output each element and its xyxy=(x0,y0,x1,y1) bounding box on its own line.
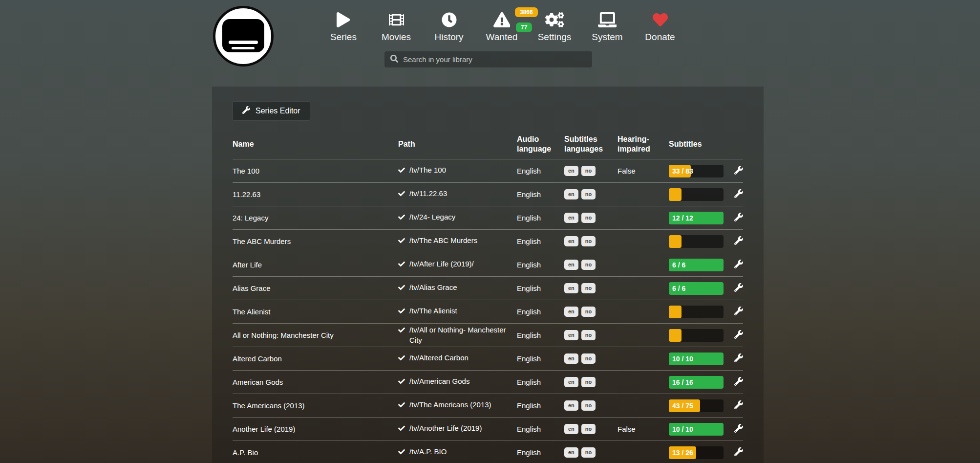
subtitle-language-badge: no xyxy=(581,189,596,199)
subtitles-progress-fill: 10 / 10 xyxy=(669,353,724,365)
series-path-text: /tv/Alias Grace xyxy=(409,283,457,292)
subtitles-progress-label: 10 / 10 xyxy=(672,425,693,433)
edit-series-button[interactable] xyxy=(734,189,743,199)
subtitle-language-badge: en xyxy=(564,330,578,340)
nav-item-movies[interactable]: Movies xyxy=(370,10,423,43)
nav-item-donate[interactable]: Donate xyxy=(634,10,686,43)
row-actions xyxy=(728,377,743,387)
row-actions xyxy=(728,283,743,293)
subtitles-progress-label: 43 / 75 xyxy=(672,402,693,410)
subtitles-progress-fill: 12 / 12 xyxy=(669,212,724,224)
subtitle-language-badge: no xyxy=(581,424,596,434)
subtitles-languages: enno xyxy=(564,424,618,434)
subtitles-progress-bar: 13 / 26 xyxy=(669,446,724,459)
series-path-text: /tv/After Life (2019)/ xyxy=(409,259,474,269)
column-header: Path xyxy=(398,139,517,150)
row-actions xyxy=(728,400,743,411)
subtitles-progress-fill xyxy=(669,306,682,318)
series-path: /tv/Alias Grace xyxy=(398,283,517,293)
column-header: Hearing-impaired xyxy=(618,134,669,154)
audio-language: English xyxy=(517,167,564,175)
series-path-text: /tv/Altered Carbon xyxy=(409,353,469,363)
column-header: Name xyxy=(233,139,398,149)
edit-series-button[interactable] xyxy=(734,307,743,317)
subtitles-progress-bar xyxy=(669,306,724,318)
subtitle-language-badge: no xyxy=(581,377,596,387)
hearing-impaired-value: False xyxy=(618,167,669,175)
table-row: Altered Carbon/tv/Altered CarbonEnglishe… xyxy=(233,347,743,370)
edit-series-button[interactable] xyxy=(734,353,743,364)
subtitles-progress-cell: 10 / 10 xyxy=(669,353,728,365)
subtitle-language-badge: no xyxy=(581,400,596,411)
series-editor-label: Series Editor xyxy=(256,107,300,115)
subtitle-language-badge: en xyxy=(564,260,578,270)
row-actions xyxy=(728,307,743,317)
subtitles-languages: enno xyxy=(564,400,618,411)
logo-subtitle-line xyxy=(229,41,258,44)
subtitles-progress-bar xyxy=(669,329,724,342)
nav-item-history[interactable]: History xyxy=(423,10,475,43)
series-path-text: /tv/All or Nothing- Manchester City xyxy=(409,325,510,345)
wrench-icon xyxy=(734,380,743,387)
nav-label: Donate xyxy=(634,32,686,43)
wrench-icon xyxy=(734,263,743,270)
nav-label: Movies xyxy=(370,32,423,43)
audio-language: English xyxy=(517,308,564,316)
edit-series-button[interactable] xyxy=(734,330,743,340)
subtitles-progress-fill xyxy=(669,235,682,248)
subtitle-language-badge: en xyxy=(564,236,578,246)
edit-series-button[interactable] xyxy=(734,377,743,387)
series-path-text: /tv/The 100 xyxy=(409,165,446,175)
edit-series-button[interactable] xyxy=(734,236,743,246)
subtitle-language-badge: no xyxy=(581,213,596,223)
check-icon xyxy=(398,423,405,434)
series-path-text: /tv/American Gods xyxy=(409,376,469,386)
subtitles-progress-fill xyxy=(669,188,682,201)
audio-language: English xyxy=(517,331,564,339)
wrench-icon xyxy=(734,239,743,246)
series-name: Another Life (2019) xyxy=(233,425,398,433)
subtitles-languages: enno xyxy=(564,353,618,364)
audio-language: English xyxy=(517,214,564,222)
edit-series-button[interactable] xyxy=(734,260,743,270)
subtitle-language-badge: en xyxy=(564,424,578,434)
subtitle-language-badge: no xyxy=(581,166,596,176)
check-icon xyxy=(398,283,405,293)
subtitles-progress-bar xyxy=(669,188,724,201)
edit-series-button[interactable] xyxy=(734,424,743,434)
row-actions xyxy=(728,424,743,434)
nav-item-series[interactable]: Series xyxy=(317,10,370,43)
nav-item-system[interactable]: System xyxy=(581,10,634,43)
edit-series-button[interactable] xyxy=(734,213,743,223)
subtitles-progress-label: 6 / 6 xyxy=(672,285,685,292)
series-path: /tv/Another Life (2019) xyxy=(398,423,517,434)
search-input[interactable] xyxy=(403,55,586,64)
nav-item-settings[interactable]: Settings xyxy=(528,10,581,43)
table-row: Alias Grace/tv/Alias GraceEnglishenno6 /… xyxy=(233,276,743,300)
subtitles-progress-cell: 43 / 75 xyxy=(669,399,728,412)
subtitles-languages: enno xyxy=(564,283,618,293)
edit-series-button[interactable] xyxy=(734,283,743,293)
subtitle-language-badge: no xyxy=(581,236,596,246)
bazarr-logo[interactable] xyxy=(213,6,274,66)
nav-item-wanted[interactable]: 386677Wanted xyxy=(475,10,528,43)
row-actions xyxy=(728,260,743,270)
series-name: The ABC Murders xyxy=(233,237,398,245)
subtitles-languages: enno xyxy=(564,189,618,199)
audio-language: English xyxy=(517,448,564,457)
subtitle-language-badge: no xyxy=(581,260,596,270)
subtitle-language-badge: no xyxy=(581,307,596,317)
row-actions xyxy=(728,189,743,199)
series-name: Alias Grace xyxy=(233,284,398,292)
edit-series-button[interactable] xyxy=(734,400,743,411)
edit-series-button[interactable] xyxy=(734,166,743,176)
subtitle-language-badge: en xyxy=(564,166,578,176)
check-icon xyxy=(398,165,405,176)
column-header: Subtitles languages xyxy=(564,134,618,154)
edit-series-button[interactable] xyxy=(734,447,743,458)
subtitle-language-badge: no xyxy=(581,283,596,293)
subtitles-progress-bar: 6 / 6 xyxy=(669,259,724,271)
search-icon xyxy=(390,55,398,65)
series-editor-button[interactable]: Series Editor xyxy=(233,101,310,121)
series-path-text: /tv/Another Life (2019) xyxy=(409,423,482,433)
